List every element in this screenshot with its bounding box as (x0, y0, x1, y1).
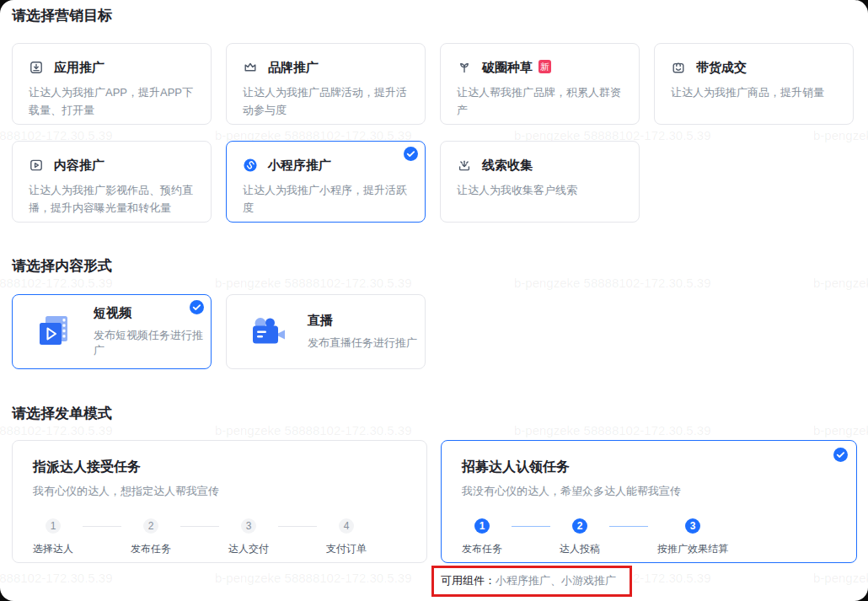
step: 3 按推广效果结算 (657, 518, 728, 556)
step-label: 发布任务 (462, 542, 502, 556)
step: 2 达人投稿 (560, 518, 600, 556)
crown-icon (243, 60, 258, 75)
step: 3 达人交付 (228, 518, 269, 556)
step-number: 3 (685, 518, 700, 534)
assign-steps: 1 选择达人 2 发布任务 3 达人交付 4 (33, 518, 406, 556)
step-number: 1 (474, 518, 490, 534)
mode-card-title: 指派达人接受任务 (33, 459, 406, 476)
goal-card-desc: 让达人为我推广品牌活动，提升活动参与度 (243, 83, 410, 119)
goal-section-title: 请选择营销目标 (12, 7, 858, 25)
goal-card-title: 破圈种草新 (482, 60, 551, 75)
step-label: 选择达人 (33, 542, 73, 556)
step-connector (278, 526, 317, 527)
step-label: 达人投稿 (560, 542, 600, 556)
new-badge: 新 (538, 60, 551, 73)
miniapp-icon (243, 158, 258, 173)
step-number: 2 (572, 518, 587, 534)
format-card-grid: 短视频 发布短视频任务进行推广 直播 (12, 294, 858, 369)
recruit-steps: 1 发布任务 2 达人投稿 3 按推广效果结算 (462, 518, 836, 556)
step-number: 4 (339, 518, 354, 534)
sprout-icon (457, 60, 472, 75)
step-label: 发布任务 (131, 542, 171, 556)
goal-card-title: 线索收集 (482, 158, 533, 173)
format-card-desc: 发布直播任务进行推广 (308, 335, 417, 351)
step: 1 发布任务 (462, 518, 502, 556)
goal-card-grid: 应用推广 让达人为我推广APP，提升APP下载量、打开量 品牌推广 让达人为我推… (12, 43, 858, 223)
goal-card-seeding[interactable]: 破圈种草新 让达人帮我推广品牌，积累人群资产 (440, 43, 640, 125)
step: 4 支付订单 (326, 518, 367, 556)
goal-card-content-promotion[interactable]: 内容推广 让达人为我推广影视作品、预约直播，提升内容曝光量和转化量 (12, 141, 212, 223)
goal-card-desc: 让达人帮我推广品牌，积累人群资产 (457, 83, 624, 119)
step-connector (609, 526, 648, 527)
video-play-icon (29, 158, 44, 173)
content: 请选择营销目标 应用推广 让达人为我推广APP，提升APP下载量、打开量 (0, 0, 868, 601)
format-section-title: 请选择内容形式 (12, 257, 858, 276)
goal-card-title: 应用推广 (54, 60, 104, 75)
leads-collect-icon (457, 158, 472, 173)
app-download-icon (29, 60, 44, 75)
mode-card-title: 招募达人认领任务 (462, 459, 836, 476)
format-card-short-video[interactable]: 短视频 发布短视频任务进行推广 (12, 294, 212, 369)
step-label: 达人交付 (228, 542, 269, 556)
step: 1 选择达人 (33, 518, 73, 556)
short-video-illustration (35, 313, 74, 351)
mode-card-grid: 指派达人接受任务 我有心仪的达人，想指定达人帮我宣传 1 选择达人 2 发布任务… (12, 440, 858, 563)
step-connector (180, 526, 219, 527)
goal-card-desc: 让达人为我推广APP，提升APP下载量、打开量 (29, 83, 196, 119)
goal-card-title: 内容推广 (54, 158, 104, 173)
step-number: 1 (46, 518, 61, 534)
panel: b-pengzeke 58888102-172.30.5.39b-pengzek… (0, 0, 868, 601)
mode-card-desc: 我没有心仪的达人，希望众多达人能帮我宣传 (462, 484, 836, 499)
goal-card-desc: 让达人为我推广商品，提升销量 (671, 83, 838, 101)
format-card-desc: 发布短视频任务进行推广 (94, 328, 211, 358)
available-components-label: 可用组件： (441, 573, 496, 588)
available-components-value: 小程序推广、小游戏推广 (496, 573, 616, 588)
goal-card-title: 小程序推广 (268, 158, 331, 173)
goal-card-sales[interactable]: 带货成交 让达人为我推广商品，提升销量 (654, 43, 854, 125)
step-connector (83, 526, 121, 527)
selected-check-icon (833, 448, 848, 462)
goal-card-desc: 让达人为我推广小程序，提升活跃度 (243, 181, 410, 217)
annotation-highlight-box: 可用组件： 小程序推广、小游戏推广 (431, 566, 632, 597)
goal-card-leads-collection[interactable]: 线索收集 让达人为我收集客户线索 (440, 141, 640, 223)
mode-card-assign[interactable]: 指派达人接受任务 我有心仪的达人，想指定达人帮我宣传 1 选择达人 2 发布任务… (12, 440, 427, 563)
mode-section-title: 请选择发单模式 (12, 405, 858, 423)
goal-card-desc: 让达人为我收集客户线索 (457, 181, 624, 199)
selected-check-icon (404, 147, 418, 161)
goal-card-brand-promotion[interactable]: 品牌推广 让达人为我推广品牌活动，提升活动参与度 (226, 43, 426, 125)
step-number: 3 (241, 518, 256, 534)
step-number: 2 (143, 518, 158, 534)
format-card-title: 直播 (308, 313, 417, 329)
step-label: 支付订单 (326, 542, 367, 556)
goal-card-title: 带货成交 (696, 60, 747, 75)
live-camera-illustration (249, 313, 288, 351)
mode-card-desc: 我有心仪的达人，想指定达人帮我宣传 (33, 484, 406, 499)
goal-card-app-promotion[interactable]: 应用推广 让达人为我推广APP，提升APP下载量、打开量 (12, 43, 212, 125)
step-connector (512, 526, 550, 527)
selected-check-icon (190, 300, 204, 314)
shopping-bag-icon (671, 60, 686, 75)
step: 2 发布任务 (131, 518, 171, 556)
goal-card-title: 品牌推广 (268, 60, 319, 75)
step-label: 按推广效果结算 (657, 542, 728, 556)
mode-card-recruit[interactable]: 招募达人认领任务 我没有心仪的达人，希望众多达人能帮我宣传 1 发布任务 2 达… (441, 440, 857, 563)
goal-card-miniapp-promotion[interactable]: 小程序推广 让达人为我推广小程序，提升活跃度 (226, 141, 426, 223)
footnote-row: 可用组件： 小程序推广、小游戏推广 (12, 563, 858, 601)
goal-card-desc: 让达人为我推广影视作品、预约直播，提升内容曝光量和转化量 (29, 181, 196, 217)
format-card-live[interactable]: 直播 发布直播任务进行推广 (226, 294, 426, 369)
